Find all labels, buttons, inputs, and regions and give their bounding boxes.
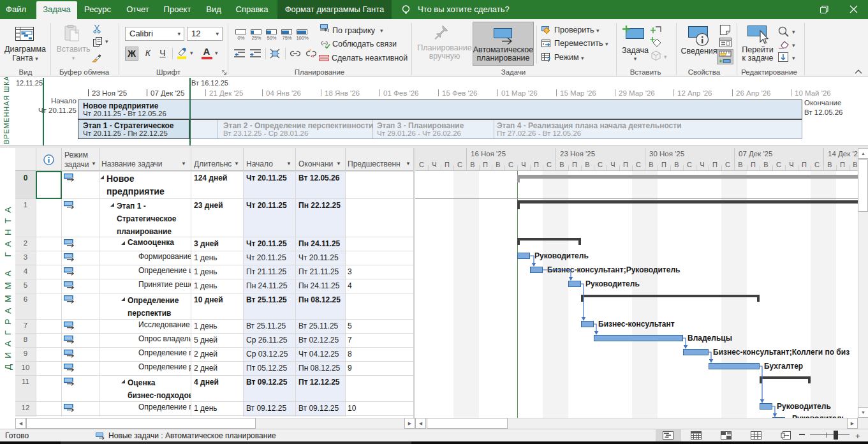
svg-text:?: ? bbox=[547, 56, 550, 63]
svg-text:?: ? bbox=[545, 29, 548, 33]
